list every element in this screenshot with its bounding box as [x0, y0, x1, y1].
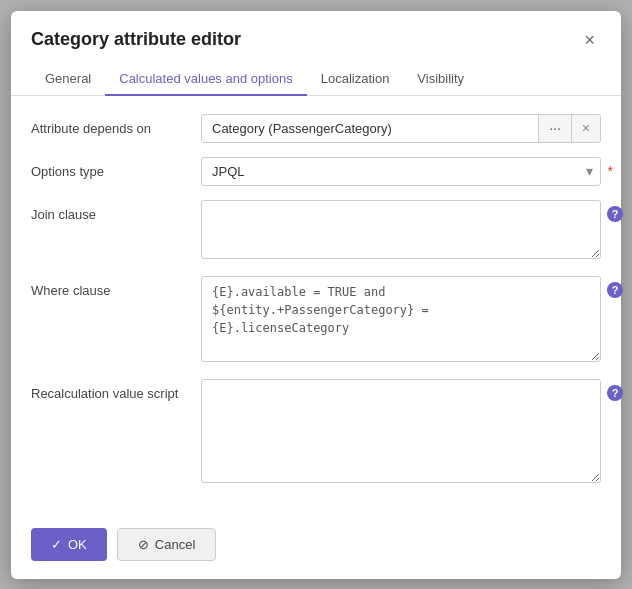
- recalculation-script-field: ?: [201, 379, 601, 486]
- dialog-body: Attribute depends on Category (Passenger…: [11, 96, 621, 518]
- category-attribute-editor-dialog: Category attribute editor × General Calc…: [11, 11, 621, 579]
- tab-calculated[interactable]: Calculated values and options: [105, 63, 306, 96]
- tab-bar: General Calculated values and options Lo…: [11, 63, 621, 96]
- attribute-input-wrap: Category (PassengerCategory) ··· ×: [201, 114, 601, 143]
- options-type-select-wrap: JPQL Groovy SQL ▾: [201, 157, 601, 186]
- dialog-footer: ✓ OK ⊘ Cancel: [11, 518, 621, 579]
- options-type-label: Options type: [31, 157, 201, 179]
- recalculation-script-row: Recalculation value script ?: [31, 379, 601, 486]
- attribute-depends-on-row: Attribute depends on Category (Passenger…: [31, 114, 601, 143]
- join-clause-field: ?: [201, 200, 601, 262]
- cancel-icon: ⊘: [138, 537, 149, 552]
- options-type-select[interactable]: JPQL Groovy SQL: [201, 157, 601, 186]
- attribute-depends-on-value: Category (PassengerCategory): [202, 115, 538, 142]
- recalculation-script-help-icon[interactable]: ?: [607, 385, 623, 401]
- dialog-title: Category attribute editor: [31, 29, 241, 50]
- dialog-header: Category attribute editor ×: [11, 11, 621, 51]
- where-clause-row: Where clause ?: [31, 276, 601, 365]
- cancel-label: Cancel: [155, 537, 195, 552]
- attribute-depends-on-label: Attribute depends on: [31, 114, 201, 136]
- options-type-row: Options type JPQL Groovy SQL ▾ *: [31, 157, 601, 186]
- where-clause-textarea[interactable]: [201, 276, 601, 362]
- attribute-clear-button[interactable]: ×: [571, 115, 600, 142]
- attribute-dots-button[interactable]: ···: [538, 115, 571, 142]
- tab-visibility[interactable]: Visibility: [403, 63, 478, 96]
- where-clause-help-icon[interactable]: ?: [607, 282, 623, 298]
- join-clause-textarea[interactable]: [201, 200, 601, 259]
- join-clause-row: Join clause ?: [31, 200, 601, 262]
- recalculation-script-label: Recalculation value script: [31, 379, 201, 401]
- required-indicator: *: [608, 163, 613, 179]
- join-clause-label: Join clause: [31, 200, 201, 222]
- join-clause-help-icon[interactable]: ?: [607, 206, 623, 222]
- tab-general[interactable]: General: [31, 63, 105, 96]
- tab-localization[interactable]: Localization: [307, 63, 404, 96]
- ok-label: OK: [68, 537, 87, 552]
- ok-button[interactable]: ✓ OK: [31, 528, 107, 561]
- where-clause-label: Where clause: [31, 276, 201, 298]
- where-clause-field: ?: [201, 276, 601, 365]
- cancel-button[interactable]: ⊘ Cancel: [117, 528, 216, 561]
- options-type-field: JPQL Groovy SQL ▾ *: [201, 157, 601, 186]
- close-button[interactable]: ×: [578, 29, 601, 51]
- recalculation-script-textarea[interactable]: [201, 379, 601, 483]
- attribute-depends-on-field: Category (PassengerCategory) ··· ×: [201, 114, 601, 143]
- ok-check-icon: ✓: [51, 537, 62, 552]
